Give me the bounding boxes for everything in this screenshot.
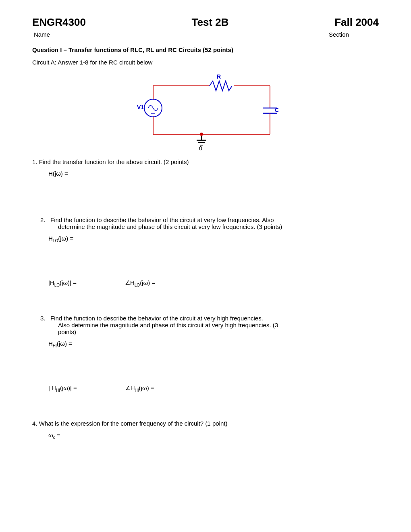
page-header: ENGR4300 Test 2B Fall 2004 (32, 16, 379, 29)
q3-answer: HHI(jω) = (48, 340, 379, 348)
q3-number: 3. Find the function to describe the beh… (40, 315, 263, 322)
q1-number: 1. Find the transfer function for the ab… (32, 158, 189, 165)
question-4: 4. What is the expression for the corner… (32, 420, 379, 427)
question-3: 3. Find the function to describe the beh… (40, 315, 379, 335)
svg-text:V1: V1 (137, 104, 144, 110)
q2-mag-phase: |HLO(jω)| = ∠HLO(jω) = (48, 279, 379, 287)
semester: Fall 2004 (334, 16, 379, 29)
question-2: 2. Find the function to describe the beh… (40, 216, 379, 230)
circuit-diagram: V1 R C 0 (121, 70, 290, 150)
q4-answer: ωc = (48, 432, 379, 440)
name-section-row: Name Section (32, 31, 379, 38)
svg-text:R: R (217, 73, 221, 80)
q3-magnitude: | HHI(jω)| = (48, 384, 77, 393)
course-code: ENGR4300 (32, 16, 86, 29)
q3-mag-phase: | HHI(jω)| = ∠HHI(jω) = (48, 384, 379, 393)
test-name: Test 2B (192, 16, 229, 29)
q3-phase: ∠HHI(jω) = (125, 384, 154, 393)
svg-text:0: 0 (199, 145, 202, 150)
q4-number: 4. What is the expression for the corner… (32, 420, 227, 427)
name-field: Name (32, 31, 181, 38)
circuit-description: Circuit A: Answer 1-8 for the RC circuit… (32, 59, 379, 66)
q2-phase: ∠HLO(jω) = (125, 279, 155, 287)
q2-magnitude: |HLO(jω)| = (48, 279, 77, 287)
question-1: 1. Find the transfer function for the ab… (32, 158, 379, 165)
svg-point-14 (200, 133, 203, 136)
question-title: Question I – Transfer functions of RLC, … (32, 46, 379, 53)
q1-answer: H(jω) = (48, 170, 379, 177)
section-field: Section (327, 31, 379, 38)
q2-answer: HLO(jω) = (48, 235, 379, 243)
svg-text:C: C (275, 107, 279, 113)
q2-number: 2. Find the function to describe the beh… (40, 216, 274, 223)
